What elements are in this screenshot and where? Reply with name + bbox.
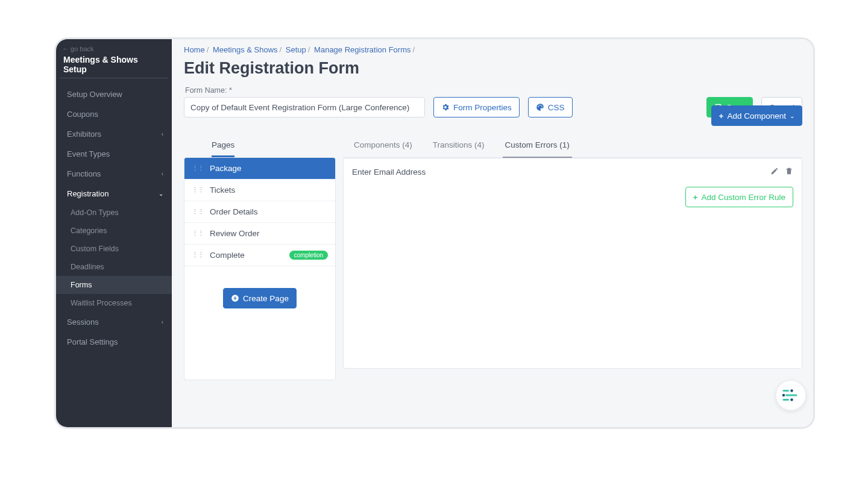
chevron-down-icon: ⌄ [790, 113, 794, 119]
nav-label: Setup Overview [67, 90, 122, 99]
sidebar-subitem-waitlist[interactable]: Waitlist Processes [56, 294, 172, 312]
form-name-input[interactable] [184, 97, 425, 117]
add-component-wrap: + Add Component ⌄ [711, 105, 802, 126]
page-title: Edit Registration Form [184, 59, 802, 86]
sidebar-item-functions[interactable]: Functions‹ [56, 164, 172, 184]
button-label: Create Page [243, 294, 289, 303]
error-rule-row: Enter Email Address [352, 167, 793, 187]
nav-label: Portal Settings [67, 337, 118, 346]
sidebar-subitem-deadlines[interactable]: Deadlines [56, 258, 172, 276]
svg-rect-0 [783, 390, 790, 392]
workspace: Pages ⋮⋮ Package ⋮⋮ Tickets ⋮⋮ Order Det… [184, 134, 802, 380]
palette-icon [536, 103, 544, 111]
sidebar-item-sessions[interactable]: Sessions‹ [56, 312, 172, 332]
form-name-group: Form Name: * [184, 86, 425, 117]
sidebar-title: Meetings & Shows Setup [60, 54, 168, 78]
button-label: Add Custom Error Rule [701, 193, 785, 202]
page-item-tickets[interactable]: ⋮⋮ Tickets [184, 180, 335, 201]
form-name-label: Form Name: * [185, 86, 425, 95]
breadcrumb-meetings[interactable]: Meetings & Shows [213, 45, 278, 54]
svg-rect-4 [783, 399, 790, 401]
nav-label: Coupons [67, 110, 98, 119]
sidebar-item-event-types[interactable]: Event Types [56, 144, 172, 164]
delete-icon[interactable] [785, 167, 793, 177]
pages-list: ⋮⋮ Package ⋮⋮ Tickets ⋮⋮ Order Details ⋮… [184, 157, 336, 380]
nav-label: Event Types [67, 149, 110, 158]
button-label: CSS [548, 103, 565, 112]
sidebar-subitem-custom-fields[interactable]: Custom Fields [56, 240, 172, 258]
button-label: Form Properties [453, 103, 512, 112]
svg-point-3 [782, 394, 785, 397]
add-custom-error-rule-button[interactable]: + Add Custom Error Rule [685, 187, 793, 207]
chat-help-fab[interactable] [775, 380, 807, 411]
drag-handle-icon[interactable]: ⋮⋮ [192, 164, 204, 172]
sidebar-item-registration[interactable]: Registration⌄ [56, 184, 172, 204]
drag-handle-icon[interactable]: ⋮⋮ [192, 208, 204, 216]
sidebar-item-coupons[interactable]: Coupons [56, 104, 172, 124]
svg-rect-2 [785, 395, 797, 396]
create-page-button[interactable]: Create Page [223, 288, 297, 308]
app-frame: ← go back Meetings & Shows Setup Setup O… [54, 37, 815, 429]
chevron-down-icon: ⌄ [159, 190, 163, 197]
sidebar-subitem-addon-types[interactable]: Add-On Types [56, 204, 172, 222]
tab-custom-errors[interactable]: Custom Errors (1) [503, 134, 572, 158]
chevron-left-icon: ‹ [162, 131, 163, 137]
nav-label: Functions [67, 169, 101, 178]
sidebar-item-portal-settings[interactable]: Portal Settings [56, 332, 172, 352]
svg-point-1 [790, 389, 793, 392]
plus-icon: + [693, 193, 698, 202]
plus-icon: + [719, 111, 724, 120]
breadcrumb-setup[interactable]: Setup [286, 45, 306, 54]
gear-icon [441, 103, 450, 111]
chevron-left-icon: ‹ [162, 319, 163, 325]
detail-tabs: Components (4) Transitions (4) Custom Er… [343, 134, 802, 158]
breadcrumb-manage-forms[interactable]: Manage Registration Forms [314, 45, 410, 54]
add-component-button[interactable]: + Add Component ⌄ [711, 105, 802, 126]
form-properties-button[interactable]: Form Properties [433, 97, 520, 117]
create-page-wrap: Create Page [184, 266, 335, 330]
page-item-label: Order Details [210, 207, 258, 216]
chat-help-icon [782, 388, 800, 402]
sidebar-item-exhibitors[interactable]: Exhibitors‹ [56, 124, 172, 144]
completion-badge: completion [289, 251, 328, 260]
page-item-label: Tickets [210, 186, 235, 195]
sidebar-item-setup-overview[interactable]: Setup Overview [56, 84, 172, 104]
error-rule-label: Enter Email Address [352, 167, 426, 177]
add-rule-wrap: + Add Custom Error Rule [352, 187, 793, 207]
button-label: Add Component [727, 111, 786, 120]
nav-label: Registration [67, 189, 108, 198]
page-item-complete[interactable]: ⋮⋮ Complete completion [184, 245, 335, 266]
custom-errors-panel: Enter Email Address + [343, 158, 802, 369]
nav-label: Exhibitors [67, 130, 101, 139]
form-toolbar: Form Name: * Form Properties CSS Save Ca… [184, 86, 802, 117]
pages-column: Pages ⋮⋮ Package ⋮⋮ Tickets ⋮⋮ Order Det… [184, 134, 336, 380]
pages-tab[interactable]: Pages [212, 134, 234, 157]
tab-transitions[interactable]: Transitions (4) [430, 134, 487, 157]
go-back-link[interactable]: ← go back [56, 45, 172, 54]
sidebar-subitem-forms[interactable]: Forms [56, 276, 172, 294]
drag-handle-icon[interactable]: ⋮⋮ [192, 230, 204, 237]
chevron-left-icon: ‹ [162, 170, 163, 177]
drag-handle-icon[interactable]: ⋮⋮ [192, 251, 204, 259]
nav-label: Sessions [67, 318, 99, 327]
breadcrumb: Home/ Meetings & Shows/ Setup/ Manage Re… [184, 45, 802, 59]
page-item-label: Complete [210, 251, 245, 260]
breadcrumb-home[interactable]: Home [184, 45, 205, 54]
page-item-order-details[interactable]: ⋮⋮ Order Details [184, 201, 335, 223]
sidebar: ← go back Meetings & Shows Setup Setup O… [56, 39, 172, 427]
plus-circle-icon [231, 294, 239, 302]
css-button[interactable]: CSS [528, 97, 573, 117]
page-item-review-order[interactable]: ⋮⋮ Review Order [184, 223, 335, 245]
tab-components[interactable]: Components (4) [351, 134, 415, 157]
sidebar-subitem-categories[interactable]: Categories [56, 222, 172, 240]
page-item-label: Package [210, 164, 242, 173]
drag-handle-icon[interactable]: ⋮⋮ [192, 186, 204, 194]
page-item-label: Review Order [210, 229, 260, 238]
error-rule-actions [770, 167, 793, 177]
page-item-package[interactable]: ⋮⋮ Package [184, 158, 335, 180]
svg-point-5 [790, 398, 793, 401]
main-content: Home/ Meetings & Shows/ Setup/ Manage Re… [172, 39, 813, 427]
detail-column: + Add Component ⌄ Components (4) Transit… [343, 134, 802, 369]
edit-icon[interactable] [770, 167, 779, 177]
